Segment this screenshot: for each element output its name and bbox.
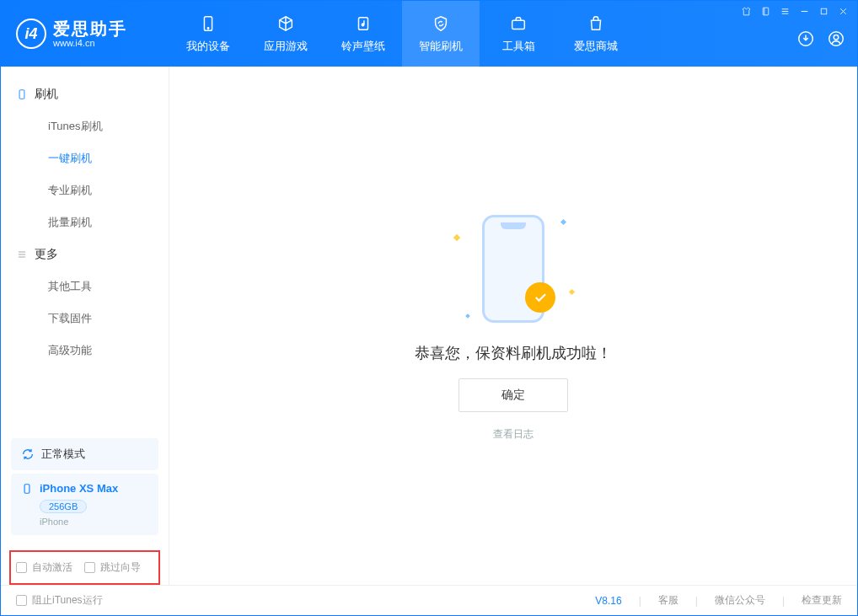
svg-rect-11 <box>24 484 29 493</box>
svg-rect-6 <box>821 8 827 14</box>
device-type: iPhone <box>40 517 148 527</box>
svg-point-8 <box>829 32 844 46</box>
checkbox-label: 自动激活 <box>32 560 72 575</box>
minimize-button[interactable] <box>799 6 810 17</box>
tab-store[interactable]: 爱思商城 <box>557 1 635 67</box>
device-info-card[interactable]: iPhone XS Max 256GB iPhone <box>11 474 158 535</box>
sidebar-item-advanced[interactable]: 高级功能 <box>1 335 169 367</box>
shirt-icon[interactable] <box>741 6 752 17</box>
phone-outline-icon <box>16 88 28 100</box>
sidebar-group-more: 更多 <box>1 238 169 271</box>
device-status-text: 正常模式 <box>41 447 85 462</box>
tab-label: 铃声壁纸 <box>341 39 385 54</box>
checkbox-skip-guide[interactable]: 跳过向导 <box>84 560 141 575</box>
main-tabs: 我的设备 应用游戏 铃声壁纸 智能刷机 工具箱 爱思商城 <box>169 1 635 67</box>
app-subtitle: www.i4.cn <box>53 38 127 48</box>
sidebar-item-itunes-flash[interactable]: iTunes刷机 <box>1 110 169 142</box>
sidebar-group-label: 更多 <box>35 247 58 262</box>
tab-label: 工具箱 <box>502 39 535 54</box>
header-right-actions <box>796 29 845 51</box>
window-controls <box>741 6 849 17</box>
refresh-icon <box>21 447 35 461</box>
app-title: 爱思助手 <box>53 19 127 38</box>
sidebar-group-label: 刷机 <box>35 87 58 102</box>
sidebar-item-other-tools[interactable]: 其他工具 <box>1 271 169 303</box>
checkbox-box-icon <box>84 562 95 573</box>
device-status-card[interactable]: 正常模式 <box>11 438 158 470</box>
sidebar: 刷机 iTunes刷机 一键刷机 专业刷机 批量刷机 更多 其他工具 下载固件 … <box>1 67 169 585</box>
shield-refresh-icon <box>431 13 451 34</box>
tab-label: 爱思商城 <box>574 39 618 54</box>
tab-my-device[interactable]: 我的设备 <box>169 1 247 67</box>
svg-rect-4 <box>512 20 525 29</box>
sidebar-item-oneclick-flash[interactable]: 一键刷机 <box>1 142 169 174</box>
tab-smart-flash[interactable]: 智能刷机 <box>402 1 480 67</box>
phone-small-icon <box>21 483 33 495</box>
svg-point-1 <box>207 28 208 29</box>
device-name: iPhone XS Max <box>40 482 118 495</box>
svg-rect-5 <box>763 8 769 15</box>
main-content: 恭喜您，保资料刷机成功啦！ 确定 查看日志 <box>169 67 857 585</box>
checkbox-box-icon <box>16 562 27 573</box>
sidebar-group-flash: 刷机 <box>1 78 169 110</box>
phone-icon <box>198 13 218 34</box>
download-icon[interactable] <box>796 29 815 51</box>
svg-point-3 <box>362 24 364 26</box>
menu-icon[interactable] <box>780 6 791 17</box>
user-icon[interactable] <box>827 29 845 51</box>
device-panel: 正常模式 iPhone XS Max 256GB iPhone <box>1 438 169 538</box>
success-message: 恭喜您，保资料刷机成功啦！ <box>415 343 612 363</box>
checkbox-box-icon <box>16 595 27 606</box>
logo-area: i4 爱思助手 www.i4.cn <box>1 1 169 67</box>
success-illustration <box>437 210 589 328</box>
book-icon[interactable] <box>760 6 771 17</box>
view-log-link[interactable]: 查看日志 <box>493 427 534 442</box>
cube-icon <box>276 13 296 34</box>
svg-point-9 <box>834 35 839 40</box>
checkbox-label: 跳过向导 <box>100 560 141 575</box>
list-icon <box>16 249 28 260</box>
wechat-link[interactable]: 微信公众号 <box>715 593 765 608</box>
confirm-button[interactable]: 确定 <box>458 378 568 412</box>
tab-toolbox[interactable]: 工具箱 <box>480 1 557 67</box>
tab-label: 应用游戏 <box>264 39 308 54</box>
highlighted-checkbox-row: 自动激活 跳过向导 <box>9 550 160 585</box>
body: 刷机 iTunes刷机 一键刷机 专业刷机 批量刷机 更多 其他工具 下载固件 … <box>1 67 857 585</box>
support-link[interactable]: 客服 <box>658 593 678 608</box>
maximize-button[interactable] <box>818 6 829 17</box>
checkbox-label: 阻止iTunes运行 <box>32 593 103 608</box>
app-window: i4 爱思助手 www.i4.cn 我的设备 应用游戏 铃声壁纸 智能刷机 <box>0 0 858 616</box>
sidebar-item-download-firmware[interactable]: 下载固件 <box>1 303 169 335</box>
briefcase-icon <box>508 13 528 34</box>
sidebar-item-pro-flash[interactable]: 专业刷机 <box>1 174 169 206</box>
app-logo-icon: i4 <box>16 19 46 49</box>
svg-rect-10 <box>19 90 24 99</box>
checkbox-block-itunes[interactable]: 阻止iTunes运行 <box>16 593 103 608</box>
footer-bar: 阻止iTunes运行 V8.16 | 客服 | 微信公众号 | 检查更新 <box>1 585 857 615</box>
tab-ringtone-wallpaper[interactable]: 铃声壁纸 <box>324 1 402 67</box>
check-update-link[interactable]: 检查更新 <box>802 593 842 608</box>
sidebar-item-batch-flash[interactable]: 批量刷机 <box>1 206 169 238</box>
device-storage-badge: 256GB <box>40 500 87 513</box>
music-note-icon <box>353 13 373 34</box>
tab-apps-games[interactable]: 应用游戏 <box>247 1 324 67</box>
checkmark-badge-icon <box>525 282 555 313</box>
shopping-bag-icon <box>586 13 606 34</box>
tab-label: 我的设备 <box>186 39 230 54</box>
close-button[interactable] <box>838 6 849 17</box>
version-text: V8.16 <box>595 595 621 607</box>
header-bar: i4 爱思助手 www.i4.cn 我的设备 应用游戏 铃声壁纸 智能刷机 <box>1 1 857 67</box>
tab-label: 智能刷机 <box>419 39 463 54</box>
checkbox-auto-activate[interactable]: 自动激活 <box>16 560 72 575</box>
